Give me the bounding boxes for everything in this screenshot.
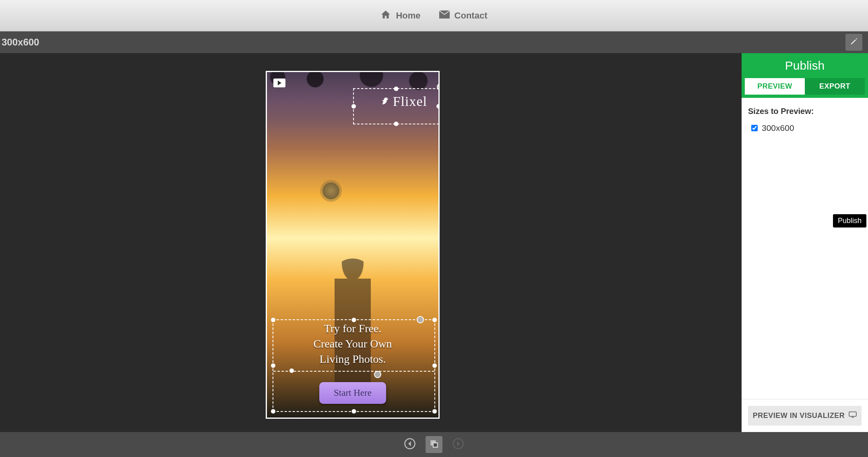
resize-handle[interactable]	[432, 364, 437, 368]
top-nav: Home Contact	[0, 0, 868, 31]
resize-handle[interactable]	[432, 409, 437, 414]
size-checkbox[interactable]	[751, 125, 758, 131]
resize-handle[interactable]	[271, 364, 275, 368]
resize-handle[interactable]	[394, 122, 399, 126]
resize-handle[interactable]	[271, 409, 275, 414]
publish-panel: Publish PREVIEW EXPORT Sizes to Preview:…	[742, 53, 868, 432]
arrow-right-circle-icon	[452, 438, 464, 451]
sizes-label: Sizes to Preview:	[748, 107, 862, 116]
resize-handle[interactable]	[352, 409, 356, 414]
resize-handle[interactable]	[289, 368, 294, 373]
publish-tooltip: Publish	[833, 214, 866, 227]
nav-home[interactable]: Home	[380, 9, 420, 22]
resize-handle[interactable]	[352, 318, 356, 322]
tab-preview-label: PREVIEW	[757, 82, 792, 90]
nav-home-label: Home	[396, 10, 420, 21]
main-area: Flixel Try for Free. Create Your Own Liv…	[0, 53, 868, 432]
mail-icon	[439, 10, 450, 21]
tab-export-label: EXPORT	[819, 82, 850, 90]
preview-visualizer-button[interactable]: PREVIEW IN VISUALIZER	[748, 406, 862, 426]
stage-button[interactable]	[426, 436, 442, 453]
pencil-icon	[850, 37, 858, 47]
nav-contact-label: Contact	[455, 10, 488, 21]
document-bar: 300x600	[0, 31, 868, 53]
stage-icon	[429, 438, 439, 451]
cursor-indicator	[322, 182, 339, 199]
next-button[interactable]	[450, 436, 467, 453]
svg-rect-2	[851, 417, 854, 418]
rotate-handle[interactable]	[417, 316, 424, 323]
document-title: 300x600	[2, 37, 39, 48]
panel-title: Publish	[742, 53, 868, 78]
selection-divider	[273, 371, 434, 372]
edit-button[interactable]	[845, 34, 862, 51]
svg-rect-1	[849, 412, 856, 416]
prev-button[interactable]	[401, 436, 418, 453]
rotate-handle[interactable]	[374, 371, 381, 378]
panel-body: Sizes to Preview: 300x600	[742, 98, 868, 399]
panel-footer: PREVIEW IN VISUALIZER	[742, 399, 868, 432]
video-element-icon[interactable]	[273, 79, 285, 87]
selection-box-logo[interactable]	[353, 88, 439, 124]
resize-handle[interactable]	[394, 87, 399, 91]
resize-handle[interactable]	[351, 104, 356, 109]
tab-export[interactable]: EXPORT	[805, 78, 865, 95]
size-option-label: 300x600	[762, 123, 794, 133]
rotate-handle[interactable]	[437, 83, 440, 91]
monitor-icon	[849, 412, 857, 420]
resize-handle[interactable]	[432, 318, 437, 322]
bottom-toolbar	[0, 432, 868, 457]
panel-tabs: PREVIEW EXPORT	[742, 78, 868, 98]
preview-visualizer-label: PREVIEW IN VISUALIZER	[753, 412, 845, 420]
size-option[interactable]: 300x600	[751, 123, 862, 133]
arrow-left-circle-icon	[404, 438, 416, 451]
selection-box-lower[interactable]	[273, 319, 435, 412]
resize-handle[interactable]	[436, 104, 440, 109]
resize-handle[interactable]	[271, 318, 275, 322]
canvas-area[interactable]: Flixel Try for Free. Create Your Own Liv…	[0, 53, 742, 432]
nav-contact[interactable]: Contact	[439, 10, 488, 21]
ad-canvas[interactable]: Flixel Try for Free. Create Your Own Liv…	[266, 71, 440, 419]
tab-preview[interactable]: PREVIEW	[745, 78, 805, 95]
home-icon	[380, 9, 391, 22]
